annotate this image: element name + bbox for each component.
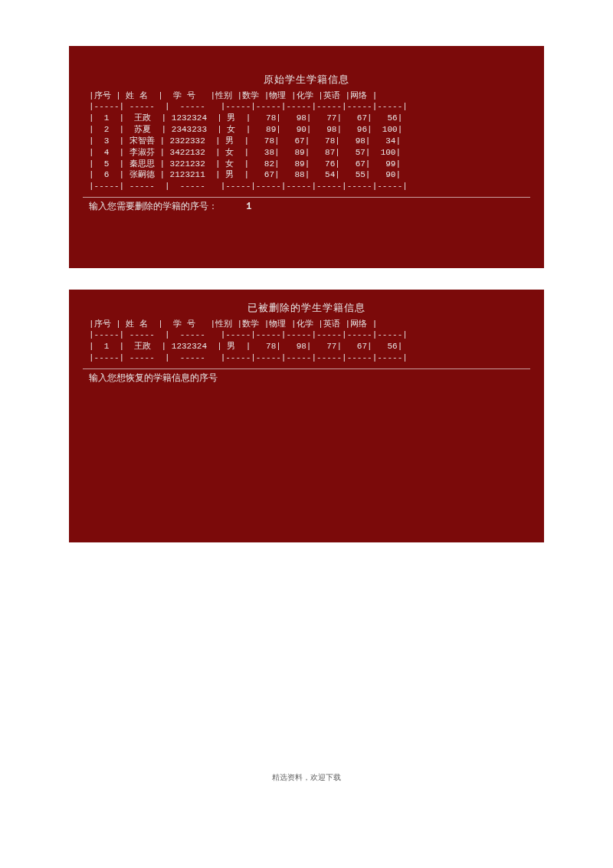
divider [83,368,530,369]
restore-prompt: 输入您想恢复的学籍信息的序号 [89,372,530,385]
console-original-info: 原始学生学籍信息 |序号 | 姓 名 | 学 号 |性别 |数学 |物理 |化学… [69,46,544,268]
document-page: 原始学生学籍信息 |序号 | 姓 名 | 学 号 |性别 |数学 |物理 |化学… [0,0,613,814]
student-table: |序号 | 姓 名 | 学 号 |性别 |数学 |物理 |化学 |英语 |网络 … [89,90,530,193]
prompt-text: 输入您需要删除的学籍的序号： [89,201,218,212]
prompt-text: 输入您想恢复的学籍信息的序号 [89,373,218,384]
prompt-input-value[interactable]: 1 [246,201,251,212]
console-title: 已被删除的学生学籍信息 [83,302,530,316]
divider [83,197,530,198]
delete-prompt: 输入您需要删除的学籍的序号： 1 [89,201,530,213]
deleted-student-table: |序号 | 姓 名 | 学 号 |性别 |数学 |物理 |化学 |英语 |网络 … [89,319,530,364]
console-deleted-info: 已被删除的学生学籍信息 |序号 | 姓 名 | 学 号 |性别 |数学 |物理 … [69,290,544,542]
console-title: 原始学生学籍信息 [83,74,530,87]
page-footer: 精选资料，欢迎下载 [69,772,544,783]
